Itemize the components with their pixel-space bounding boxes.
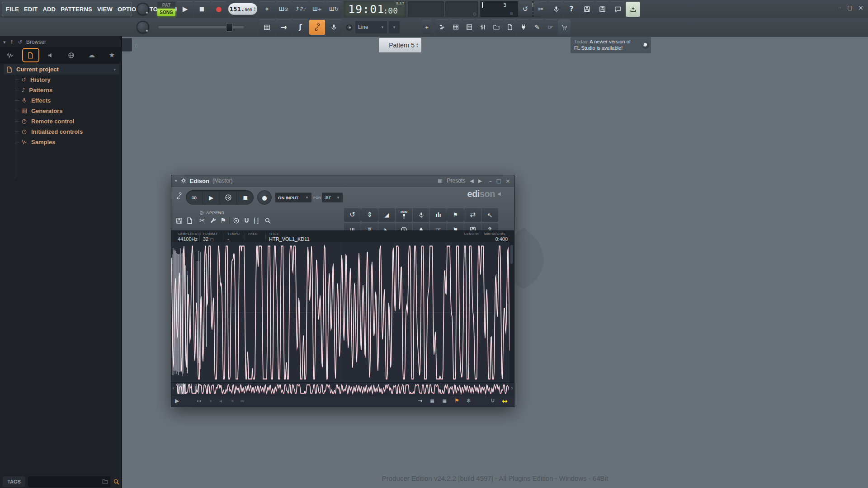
edison-minimize-icon[interactable]: –: [489, 178, 492, 183]
tree-item-samples[interactable]: Samples: [4, 137, 119, 147]
scroll-right-icon[interactable]: ›: [511, 385, 513, 391]
edison-loop-button[interactable]: ∞: [186, 190, 203, 205]
tempo-stepper[interactable]: ▲▼: [254, 6, 256, 12]
send-back-icon[interactable]: →: [418, 398, 422, 404]
tab-sounds[interactable]: [41, 47, 61, 63]
slices-list-icon[interactable]: ≣: [442, 398, 447, 404]
clipboard-button[interactable]: [504, 19, 516, 35]
feedback-button[interactable]: [610, 1, 625, 17]
append-option[interactable]: APPEND: [199, 211, 225, 215]
tree-item-patterns[interactable]: ♪Patterns: [4, 85, 119, 95]
previous-marker-icon[interactable]: ◂: [219, 398, 222, 404]
browser-panel-button[interactable]: [490, 19, 503, 35]
tool-turn-button[interactable]: ↺: [344, 208, 361, 222]
menu-file[interactable]: FILE: [6, 6, 19, 13]
pat-mode-button[interactable]: PAT: [157, 2, 175, 9]
save-new-version-button[interactable]: [595, 1, 609, 17]
regions-list-icon[interactable]: ≣: [430, 398, 434, 404]
link-to-controller-button[interactable]: [309, 19, 325, 35]
edison-close-icon[interactable]: ×: [505, 178, 510, 184]
wait-for-input-button[interactable]: Ш⊙: [276, 1, 292, 17]
step-edit-button[interactable]: →: [276, 19, 292, 35]
countdown-button[interactable]: 3.2.:: [292, 1, 308, 17]
master-pitch-knob[interactable]: [137, 21, 149, 33]
collapse-icon[interactable]: ▾: [3, 40, 6, 45]
mixer-panel-button[interactable]: [476, 19, 489, 35]
play-button[interactable]: ▶: [177, 1, 193, 17]
tool-clean-button[interactable]: [413, 208, 429, 222]
typing-keyboard-to-piano-button[interactable]: [259, 19, 275, 35]
waveform-editor[interactable]: [171, 242, 514, 382]
snap-icon[interactable]: [490, 398, 495, 404]
pattern-stepper[interactable]: ▲▼: [416, 42, 419, 48]
menu-add[interactable]: ADD: [42, 6, 56, 13]
waveform-scrollbar[interactable]: [509, 242, 514, 382]
recording-button[interactable]: [549, 1, 563, 17]
snap-extra-dropdown[interactable]: ▼: [389, 21, 400, 33]
master-volume-slider[interactable]: [158, 25, 244, 28]
edison-stop-button[interactable]: ■: [237, 190, 254, 205]
snap-selector[interactable]: Line▼: [355, 21, 387, 33]
back-icon[interactable]: ↺: [18, 40, 22, 45]
menu-patterns[interactable]: PATTERNS: [61, 6, 92, 13]
shop-button[interactable]: [558, 19, 571, 35]
presets-label[interactable]: Presets: [447, 178, 466, 184]
tree-item-remote-control[interactable]: Remote control: [4, 116, 119, 127]
trash-icon[interactable]: [134, 43, 139, 48]
tool-run-script-button[interactable]: RUN▼: [396, 208, 412, 222]
loop-recording-button[interactable]: Ш↻: [326, 1, 342, 17]
update-notification[interactable]: TodayA newer version of FL Studio is ava…: [571, 37, 651, 53]
menu-view[interactable]: VIEW: [97, 6, 113, 13]
channel-rack-button[interactable]: [463, 19, 476, 35]
cut-icon[interactable]: ✂: [199, 217, 205, 224]
select-region-icon[interactable]: ⌈⌋: [254, 217, 259, 224]
minimize-window-button[interactable]: –: [835, 4, 844, 12]
waveform-canvas[interactable]: [171, 242, 509, 382]
freeze-icon[interactable]: ❄: [467, 398, 471, 404]
preview-play-icon[interactable]: ▶: [175, 398, 179, 404]
tool-amplify-button[interactable]: ⇕: [361, 208, 378, 222]
tree-item-generators[interactable]: Generators: [4, 106, 119, 116]
marker-icon[interactable]: ⚑: [220, 217, 226, 224]
auto-slide-button[interactable]: ʃ: [292, 19, 308, 35]
preview-speaker-icon[interactable]: [497, 191, 503, 197]
save-button[interactable]: [580, 1, 594, 17]
next-marker-icon[interactable]: ⇥: [229, 398, 234, 404]
tool-reverse-button[interactable]: ⇄: [464, 208, 481, 222]
tool-select-button[interactable]: ↖: [481, 208, 498, 222]
tree-item-initialized-controls[interactable]: Initialized controls: [4, 127, 119, 137]
menu-edit[interactable]: EDIT: [24, 6, 38, 13]
piano-roll-panel-button[interactable]: [449, 19, 462, 35]
touch-controller-button[interactable]: ☞: [544, 19, 557, 35]
follow-playback-icon[interactable]: ↔: [197, 398, 201, 404]
add-pattern-button[interactable]: +: [422, 20, 431, 34]
undo-button[interactable]: ↺: [518, 1, 533, 17]
waveform-overview[interactable]: ‹ ›: [171, 382, 514, 395]
tab-favorites[interactable]: ★: [102, 47, 122, 63]
edison-maximize-icon[interactable]: □: [496, 178, 501, 183]
tree-item-current-project[interactable]: Current project ▾: [4, 64, 119, 75]
plugin-menu-icon[interactable]: ▾: [175, 179, 177, 183]
edison-window[interactable]: ▾ Edison (Master) Presets ◀ ▶ – □ × ∞ ▶ …: [171, 175, 514, 407]
record-button[interactable]: ●: [211, 1, 226, 17]
parent-folder-icon[interactable]: ↑: [10, 40, 14, 45]
volume-slider-handle[interactable]: [226, 23, 233, 32]
playlist-panel-button[interactable]: [436, 19, 448, 35]
preset-next-icon[interactable]: ▶: [478, 178, 482, 183]
tap-tempo-button[interactable]: ⌖: [259, 1, 275, 17]
tab-cloud[interactable]: ☁: [81, 47, 102, 63]
link-icon[interactable]: [176, 192, 183, 199]
tags-button[interactable]: TAGS: [3, 476, 25, 487]
record-time-selector[interactable]: 30'▼: [322, 192, 343, 202]
scroll-left-icon[interactable]: ‹: [172, 385, 175, 391]
time-display[interactable]: 19:01 :00 B:S:T: [344, 1, 406, 17]
plugin-picker-button[interactable]: [517, 19, 530, 35]
jump-start-icon[interactable]: ⇤: [209, 398, 214, 404]
tool-add-marker-button[interactable]: ⚑: [447, 208, 464, 222]
edison-record-button[interactable]: ●: [257, 190, 272, 205]
cut-button[interactable]: ✂: [533, 1, 548, 17]
edit-tools-icon[interactable]: [210, 217, 217, 224]
tree-item-history[interactable]: ↺History: [4, 75, 119, 85]
fl-logo-ball[interactable]: [642, 41, 649, 49]
view-mode-icon[interactable]: [233, 217, 240, 224]
